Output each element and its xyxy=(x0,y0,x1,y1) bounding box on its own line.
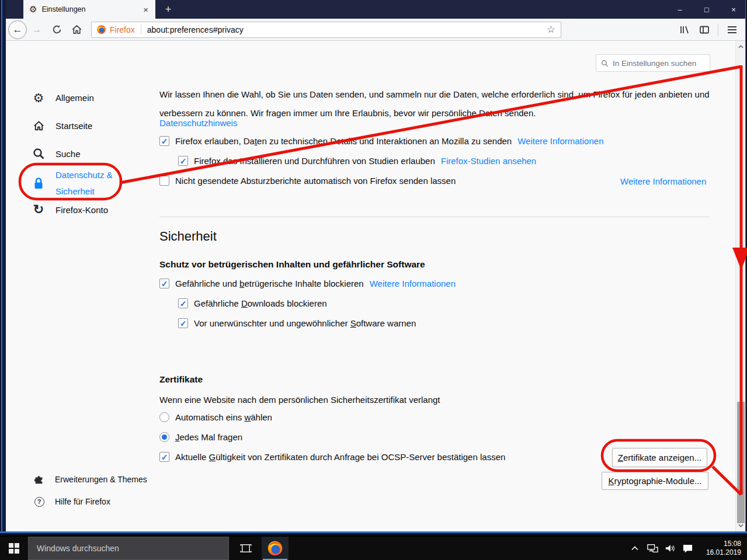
checkbox-label: Gefährliche Downloads blockieren xyxy=(194,298,327,308)
task-view-icon xyxy=(239,544,252,553)
close-window-button[interactable]: × xyxy=(720,0,747,19)
zertifikate-anzeigen-button[interactable]: Zertifikate anzeigen... xyxy=(612,448,707,467)
firefox-studien-link[interactable]: Firefox-Studien ansehen xyxy=(441,156,536,166)
checkbox-unchecked[interactable] xyxy=(159,176,169,186)
tray-chevron-up-icon[interactable] xyxy=(628,541,642,555)
radio-label: Jedes Mal fragen xyxy=(175,432,242,442)
volume-icon[interactable] xyxy=(663,541,677,555)
search-icon xyxy=(32,147,45,160)
certificates-heading: Zertifikate xyxy=(159,374,203,385)
checkbox-row-warn-software: ✓ Vor unerwünschter und ungewöhnlicher S… xyxy=(178,318,416,328)
firefox-icon xyxy=(267,540,283,556)
brand-label: Firefox xyxy=(110,25,135,34)
preferences-page: In Einstellungen suchen ⚙ Allgemein Star… xyxy=(6,41,745,531)
menu-button[interactable] xyxy=(723,21,741,39)
settings-search-input[interactable]: In Einstellungen suchen xyxy=(596,54,710,72)
notification-center-icon[interactable] xyxy=(680,541,694,555)
scrollbar-up-arrow[interactable] xyxy=(736,42,745,51)
radio-unselected[interactable] xyxy=(159,412,169,422)
checkbox-row-studies: ✓ Firefox das Installieren und Durchführ… xyxy=(178,156,536,166)
checkbox-label: Firefox das Installieren und Durchführen… xyxy=(194,156,435,166)
sidebar-item-datenschutz-sicherheit[interactable]: Datenschutz & Sicherheit xyxy=(32,167,113,200)
sidebar-item-label: Datenschutz & Sicherheit xyxy=(55,167,113,200)
home-button[interactable] xyxy=(68,21,85,39)
windows-taskbar: Windows durchsuchen xyxy=(0,537,747,560)
sidebar-item-allgemein[interactable]: ⚙ Allgemein xyxy=(32,91,94,104)
scrollbar-down-arrow[interactable] xyxy=(736,521,745,530)
sidebar-item-label: Suche xyxy=(55,149,81,159)
reload-button[interactable] xyxy=(48,21,65,39)
screen: ⚙ Einstellungen × + – □ × ← → xyxy=(0,0,747,560)
sidebar-item-startseite[interactable]: Startseite xyxy=(32,119,92,132)
url-bar[interactable]: Firefox about:preferences#privacy ☆ xyxy=(91,22,561,38)
library-button[interactable] xyxy=(676,21,693,39)
button-label: Zertifikate anzeigen... xyxy=(618,453,701,462)
taskbar-search-input[interactable]: Windows durchsuchen xyxy=(28,537,229,560)
sidebar-item-firefox-konto[interactable]: ↻ Firefox-Konto xyxy=(32,203,108,216)
weitere-informationen-link[interactable]: Weitere Informationen xyxy=(517,136,603,146)
url-text[interactable]: about:preferences#privacy xyxy=(141,25,547,34)
checkbox-checked[interactable]: ✓ xyxy=(159,279,169,288)
checkbox-checked[interactable]: ✓ xyxy=(178,298,188,308)
settings-favicon-gear-icon: ⚙ xyxy=(29,4,37,15)
gear-icon: ⚙ xyxy=(32,91,45,104)
hamburger-menu-icon xyxy=(728,26,736,33)
tab-title: Einstellungen xyxy=(41,5,141,13)
kryptographie-module-button[interactable]: Kryptographie-Module... xyxy=(602,472,708,490)
checkbox-row-crash-reports: Nicht gesendete Absturzberichte automati… xyxy=(159,176,456,186)
tab-bar: ⚙ Einstellungen × + – □ × xyxy=(0,0,747,19)
checkbox-checked[interactable]: ✓ xyxy=(178,318,188,328)
sidebar-item-hilfe[interactable]: ? Hilfe für Firefox xyxy=(34,495,110,508)
window-border-left xyxy=(0,0,6,535)
back-button[interactable]: ← xyxy=(8,20,27,39)
checkbox-label: Vor unerwünschter und ungewöhnlicher Sof… xyxy=(194,318,416,328)
windows-logo-icon xyxy=(9,543,19,554)
settings-search-placeholder: In Einstellungen suchen xyxy=(613,59,696,68)
new-tab-button[interactable]: + xyxy=(159,0,178,19)
checkbox-label: Aktuelle Gültigkeit von Zertifikaten dur… xyxy=(175,452,505,462)
tab-einstellungen[interactable]: ⚙ Einstellungen × xyxy=(23,0,155,19)
site-identity-chip[interactable]: Firefox xyxy=(92,22,141,37)
minimize-button[interactable]: – xyxy=(666,0,693,19)
phishing-protection-heading: Schutz vor betrügerischen Inhalten und g… xyxy=(159,259,425,270)
sidebar-item-label: Hilfe für Firefox xyxy=(55,497,110,506)
weitere-informationen-link[interactable]: Weitere Informationen xyxy=(620,176,706,186)
datenschutzhinweis-link[interactable]: Datenschutzhinweis xyxy=(159,118,237,128)
toolbar-separator xyxy=(718,24,718,36)
checkbox-row-block-downloads: ✓ Gefährliche Downloads blockieren xyxy=(178,298,327,308)
home-icon xyxy=(32,119,45,132)
tab-close-icon[interactable]: × xyxy=(141,5,151,15)
certificates-description: Wenn eine Website nach dem persönlichen … xyxy=(159,394,440,406)
taskbar-clock[interactable]: 15:08 16.01.2019 xyxy=(698,540,741,557)
help-icon: ? xyxy=(34,495,44,508)
sidebar-item-label: Firefox-Konto xyxy=(55,205,108,215)
maximize-button[interactable]: □ xyxy=(693,0,720,19)
puzzle-icon xyxy=(34,473,44,486)
forward-icon: → xyxy=(32,24,42,36)
checkbox-label: Firefox erlauben, Daten zu technischen D… xyxy=(175,136,512,146)
checkbox-checked[interactable]: ✓ xyxy=(178,156,188,166)
network-icon[interactable] xyxy=(645,541,659,555)
checkbox-checked[interactable]: ✓ xyxy=(159,452,169,462)
sidebar-item-erweiterungen-themes[interactable]: Erweiterungen & Themes xyxy=(34,473,147,486)
task-view-button[interactable] xyxy=(232,537,259,560)
bookmark-star-icon[interactable]: ☆ xyxy=(547,23,561,36)
security-section-title: Sicherheit xyxy=(159,229,217,244)
sidebar-toggle-button[interactable] xyxy=(696,21,713,39)
start-button[interactable] xyxy=(0,537,28,560)
lock-icon xyxy=(32,177,45,190)
sidebar-item-suche[interactable]: Suche xyxy=(32,147,81,160)
scrollbar-thumb[interactable] xyxy=(737,402,745,523)
browser-window: ⚙ Einstellungen × + – □ × ← → xyxy=(0,0,747,535)
checkbox-checked[interactable]: ✓ xyxy=(159,136,169,146)
sidebar-item-label: Erweiterungen & Themes xyxy=(55,475,147,484)
radio-row-ask-every-time: Jedes Mal fragen xyxy=(159,432,242,442)
clock-date: 16.01.2019 xyxy=(703,548,741,557)
page-scrollbar[interactable] xyxy=(735,41,745,531)
taskbar-firefox-button[interactable] xyxy=(262,537,289,560)
forward-button[interactable]: → xyxy=(28,21,46,39)
radio-selected[interactable] xyxy=(159,432,169,442)
weitere-informationen-link[interactable]: Weitere Informationen xyxy=(370,279,456,288)
system-tray: 15:08 16.01.2019 xyxy=(628,537,747,560)
section-divider xyxy=(159,217,710,217)
